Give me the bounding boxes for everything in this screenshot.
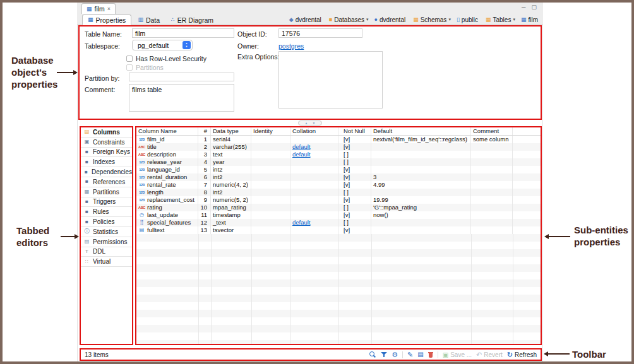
refresh-button[interactable]: ↻ Refresh	[507, 351, 537, 359]
comment-textarea[interactable]: films table	[129, 84, 234, 112]
not-null-cell[interactable]: [ ]	[338, 204, 371, 211]
not-null-cell[interactable]: [v]	[338, 136, 371, 143]
collapse-down-icon[interactable]: ▼	[313, 122, 316, 125]
column-row[interactable]: ▤ fulltext 13 tsvector [v]	[136, 226, 541, 234]
add-column-icon[interactable]: ▤	[417, 351, 423, 358]
column-row[interactable]: 123 release_year 4 year [ ]	[136, 158, 541, 166]
sidebar-tab[interactable]: ▦ Partitions	[81, 187, 132, 197]
not-null-cell[interactable]: [v]	[338, 211, 371, 219]
sidebar-tab[interactable]: T DDL	[81, 247, 132, 257]
not-null-cell[interactable]: [ ]	[338, 189, 371, 196]
column-name-cell: rental_rate	[147, 181, 176, 189]
chevron-down-icon[interactable]: ▾	[513, 17, 515, 22]
sidebar-tab[interactable]: ⓘ Statistics	[81, 227, 132, 237]
column-row[interactable]: ⣿ special_features 12 _text default [ ]	[136, 219, 541, 226]
sidebar-tab[interactable]: ■ References	[81, 177, 132, 187]
editor-tab[interactable]: ∴ ER Diagram	[166, 15, 218, 25]
sidebar-tab[interactable]: ■ Policies	[81, 217, 132, 227]
column-header[interactable]: Collation	[290, 127, 338, 135]
column-header[interactable]: Comment	[471, 127, 513, 135]
search-icon[interactable]	[369, 351, 376, 358]
breadcrumb-item[interactable]: ◆ dvdrental	[289, 16, 323, 23]
close-icon[interactable]: ×	[107, 6, 111, 12]
column-row[interactable]: abc title 2 varchar(255) default [v]	[136, 143, 541, 151]
sidebar-tab[interactable]: ■ Triggers	[81, 197, 132, 208]
column-row[interactable]: abc rating 10 mpaa_rating [ ] 'G'::mpaa_…	[136, 204, 541, 211]
owner-label: Owner:	[237, 42, 259, 50]
breadcrumb-item[interactable]: ▦ film	[521, 16, 540, 23]
column-header[interactable]: Default	[371, 127, 471, 135]
column-header[interactable]: Column Name	[136, 127, 198, 135]
tablespace-value: pg_default	[138, 42, 169, 49]
breadcrumb-label: dvdrental	[380, 16, 405, 23]
sidebar-tab-label: Indexes	[93, 158, 115, 165]
column-row[interactable]: 123 rental_duration 6 int2 [v] 3	[136, 173, 541, 181]
extra-options-field[interactable]	[278, 51, 383, 109]
breadcrumb-item[interactable]: ■ Databases ▾	[329, 16, 369, 23]
breadcrumb-item[interactable]: ● dvdrental	[374, 16, 408, 23]
breadcrumb-item[interactable]: ▦ Schemas ▾	[413, 16, 451, 23]
sidebar-tab[interactable]: ■ Indexes	[81, 157, 132, 167]
column-row[interactable]: abc description 3 text default [ ]	[136, 151, 541, 158]
column-row[interactable]: 123 rental_rate 7 numeric(4, 2) [v] 4.99	[136, 181, 541, 189]
not-null-cell[interactable]: [ ]	[338, 158, 371, 166]
editor-tab[interactable]: ▥ Data	[133, 15, 165, 25]
ordinal-cell: 11	[198, 211, 211, 219]
editor-tab[interactable]: ▦ Properties	[82, 15, 131, 25]
maximize-icon[interactable]: ▢	[531, 4, 537, 10]
folder-icon: ■	[83, 220, 90, 225]
collapse-up-icon[interactable]: ▲	[305, 122, 308, 125]
sidebar-tab[interactable]: ▣ Constraints	[81, 138, 132, 148]
sidebar-tab[interactable]: ▤ Columns	[81, 127, 132, 138]
not-null-cell[interactable]: [ ]	[338, 151, 371, 158]
editor-tab-label: Data	[146, 16, 160, 24]
sidebar-tab[interactable]: ■ Foreign Keys	[81, 148, 132, 158]
not-null-cell[interactable]: [v]	[338, 196, 371, 204]
partitions-checkbox	[126, 64, 133, 71]
revert-button[interactable]: ↶ Revert	[476, 351, 503, 359]
sidebar-tab[interactable]: ▤ Permissions	[81, 237, 132, 247]
breadcrumb-item[interactable]: ▯ public	[457, 16, 480, 23]
column-header[interactable]: #	[198, 127, 211, 135]
column-header[interactable]: Identity	[251, 127, 290, 135]
column-row[interactable]: 123 replacement_cost 9 numeric(5, 2) [v]…	[136, 196, 541, 204]
table-name-input[interactable]: film	[132, 28, 234, 38]
panel-splitter[interactable]: ▲ ▼	[298, 120, 322, 126]
not-null-cell[interactable]: [v]	[338, 166, 371, 173]
save-button[interactable]: ▣ Save ...	[443, 351, 472, 358]
collation-default-link[interactable]: default	[292, 151, 311, 158]
column-row[interactable]: 123 length 8 int2 [ ]	[136, 189, 541, 196]
sidebar-tab[interactable]: ■ Dependencies	[81, 167, 132, 177]
not-null-cell[interactable]: [ ]	[338, 219, 371, 226]
object-id-input[interactable]: 17576	[278, 28, 362, 38]
column-row[interactable]: 123 language_id 5 int2 [v]	[136, 166, 541, 173]
annotation-toolbar: Toolbar	[572, 348, 606, 360]
identity-cell	[251, 181, 290, 189]
edit-icon[interactable]: ✎	[407, 351, 413, 358]
column-header[interactable]: Not Null	[338, 127, 371, 135]
sidebar-tab[interactable]: ■ Rules	[81, 207, 132, 217]
collation-default-link[interactable]: default	[292, 219, 311, 226]
tablespace-select[interactable]: pg_default ▴▾	[132, 40, 193, 50]
chevron-down-icon[interactable]: ▾	[366, 17, 369, 22]
column-row[interactable]: 123 film_id 1 serial4 [v] nextval('film_…	[136, 136, 541, 143]
delete-icon[interactable]	[428, 351, 433, 358]
has-rls-checkbox[interactable]	[126, 56, 133, 62]
column-row[interactable]: ◷ last_update 11 timestamp [v] now()	[136, 211, 541, 219]
partition-by-input[interactable]	[129, 73, 234, 81]
filter-icon[interactable]	[381, 351, 387, 358]
chevron-down-icon[interactable]: ▾	[448, 17, 451, 22]
not-null-cell[interactable]: [v]	[338, 226, 371, 234]
not-null-cell[interactable]: [v]	[338, 173, 371, 181]
gear-icon[interactable]: ⚙	[392, 351, 398, 358]
column-header[interactable]: Data type	[211, 127, 251, 135]
collation-default-link[interactable]: default	[292, 143, 311, 150]
not-null-cell[interactable]: [v]	[338, 143, 371, 151]
not-null-cell[interactable]: [v]	[338, 181, 371, 189]
breadcrumb-item[interactable]: ▦ Tables ▾	[486, 16, 515, 23]
sidebar-tab[interactable]: ∷ Virtual	[81, 257, 132, 267]
minimize-icon[interactable]: ─	[522, 4, 525, 10]
sidebar-tab-label: Policies	[93, 218, 114, 225]
tab-film[interactable]: ▦ film ×	[81, 3, 116, 14]
owner-link[interactable]: postgres	[278, 42, 304, 50]
